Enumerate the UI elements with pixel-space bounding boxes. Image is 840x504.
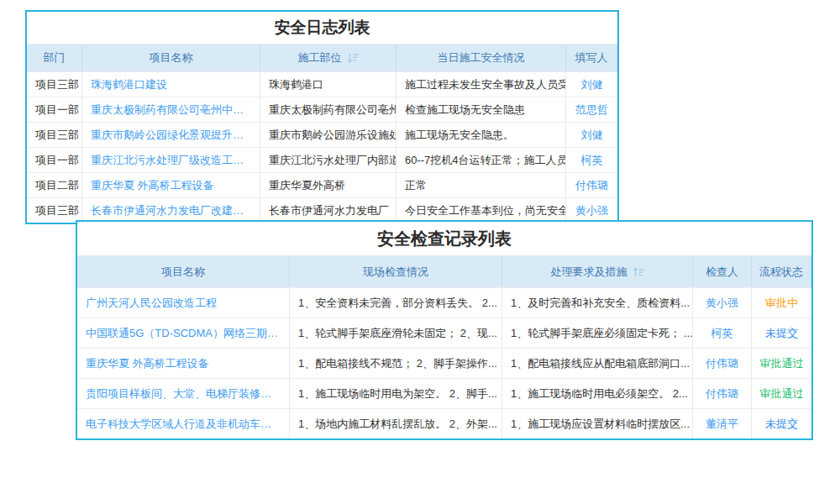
- filler-cell: 刘健: [566, 72, 617, 97]
- inspector-cell: 付伟璐: [693, 349, 752, 378]
- project-link[interactable]: 珠海鹤港口建设: [91, 77, 167, 92]
- measures-cell: 1、施工现场临时用电必须架空。 2...: [502, 379, 693, 408]
- location-cell: 长春市伊通河水力发电厂: [260, 198, 396, 223]
- project-link[interactable]: 中国联通5G（TD-SCDMA）网络三期四...: [86, 326, 281, 341]
- column-header-measures[interactable]: 处理要求及措施: [502, 256, 693, 287]
- location-cell: 重庆华夏外高桥: [260, 173, 396, 197]
- inspector-link[interactable]: 董清平: [706, 417, 738, 432]
- status-text: 未提交: [765, 417, 798, 432]
- measures-cell: 1、配电箱接线应从配电箱底部洞口...: [502, 349, 693, 378]
- site-check-cell: 1、施工现场临时用电为架空。 2、脚手...: [290, 379, 502, 408]
- project-link[interactable]: 广州天河人民公园改造工程: [86, 296, 217, 311]
- table-row: 广州天河人民公园改造工程 1、安全资料未完善，部分资料丢失。 2... 1、及时…: [77, 287, 811, 318]
- filler-cell: 刘健: [566, 123, 617, 147]
- filler-cell: 付伟璐: [566, 173, 617, 197]
- inspection-header-row: 项目名称 现场检查情况 处理要求及措施 检查人 流程状态: [77, 256, 811, 287]
- project-cell: 长春市伊通河水力发电厂改建工程: [82, 198, 260, 223]
- safety-log-table: 安全日志列表 部门 项目名称 施工部位 当日施工安全情况 填写人: [25, 10, 619, 224]
- safety-log-table-title: 安全日志列表: [27, 12, 617, 45]
- table-row: 中国联通5G（TD-SCDMA）网络三期四... 1、轮式脚手架底座滑轮未固定；…: [77, 318, 811, 348]
- table-row: 电子科技大学区域人行道及非机动车道工... 1、场地内施工材料乱摆乱放。 2、外…: [77, 408, 811, 438]
- situation-cell: 检查施工现场无安全隐患: [396, 97, 566, 122]
- site-check-cell: 1、轮式脚手架底座滑轮未固定； 2、现...: [290, 318, 502, 348]
- measures-cell: 1、施工现场应设置材料临时摆放区...: [502, 409, 693, 438]
- filler-link[interactable]: 黄小强: [575, 203, 608, 218]
- safety-log-header-row: 部门 项目名称 施工部位 当日施工安全情况 填写人: [27, 45, 617, 71]
- status-cell: 未提交: [752, 318, 811, 348]
- project-link[interactable]: 电子科技大学区域人行道及非机动车道工...: [86, 417, 281, 432]
- project-cell: 贵阳项目样板间、大堂、电梯厅装修工程: [77, 379, 290, 408]
- project-cell: 广州天河人民公园改造工程: [77, 288, 290, 318]
- department-cell: 项目三部: [27, 198, 82, 223]
- location-cell: 重庆江北污水处理厂内部道路: [260, 148, 396, 172]
- filler-link[interactable]: 范思哲: [575, 102, 608, 118]
- table-row: 项目三部 重庆市鹅岭公园绿化景观提升工程施工 重庆市鹅岭公园游乐设施处 施工现场…: [27, 122, 617, 147]
- project-link[interactable]: 重庆市鹅岭公园绿化景观提升工程施工: [91, 128, 251, 143]
- status-text: 审批中: [765, 296, 798, 311]
- project-link[interactable]: 贵阳项目样板间、大堂、电梯厅装修工程: [86, 386, 281, 402]
- inspector-link[interactable]: 柯英: [711, 326, 733, 341]
- filler-link[interactable]: 刘健: [581, 128, 603, 143]
- project-cell: 重庆江北污水处理厂级改造工程-道路...: [82, 148, 260, 172]
- status-cell: 未提交: [752, 409, 811, 438]
- inspector-link[interactable]: 付伟璐: [706, 356, 738, 371]
- status-cell: 审批中: [752, 288, 811, 318]
- column-header-project-name: 项目名称: [82, 45, 260, 71]
- project-link[interactable]: 长春市伊通河水力发电厂改建工程: [91, 203, 251, 218]
- filler-link[interactable]: 刘健: [581, 77, 603, 92]
- filler-link[interactable]: 付伟璐: [575, 178, 608, 193]
- measures-cell: 1、及时完善和补充安全、质检资料...: [502, 288, 693, 318]
- filler-link[interactable]: 柯英: [581, 153, 603, 168]
- project-cell: 重庆市鹅岭公园绿化景观提升工程施工: [82, 123, 260, 147]
- project-cell: 电子科技大学区域人行道及非机动车道工...: [77, 409, 290, 438]
- column-header-project-name: 项目名称: [77, 256, 290, 287]
- status-cell: 审批通过: [752, 379, 811, 408]
- department-cell: 项目一部: [27, 97, 82, 122]
- inspection-record-table: 安全检查记录列表 项目名称 现场检查情况 处理要求及措施 检查人 流程状: [76, 220, 813, 440]
- project-cell: 中国联通5G（TD-SCDMA）网络三期四...: [77, 318, 290, 348]
- situation-cell: 施工现场无安全隐患。: [396, 123, 566, 147]
- sort-descending-icon[interactable]: [347, 53, 359, 63]
- table-row: 项目二部 重庆华夏 外高桥工程设备 重庆华夏外高桥 正常 付伟璐: [27, 172, 617, 197]
- location-cell: 重庆市鹅岭公园游乐设施处: [260, 123, 396, 147]
- column-header-construction-part[interactable]: 施工部位: [260, 45, 396, 71]
- inspector-cell: 黄小强: [693, 288, 752, 318]
- site-check-cell: 1、配电箱接线不规范； 2、脚手架操作...: [290, 349, 502, 378]
- column-header-filler: 填写人: [566, 45, 617, 71]
- department-cell: 项目一部: [27, 148, 82, 172]
- situation-cell: 60--7挖机4台运转正常；施工人员无违...: [396, 148, 566, 172]
- site-check-cell: 1、安全资料未完善，部分资料丢失。 2...: [290, 288, 502, 318]
- filler-cell: 柯英: [566, 148, 617, 172]
- project-link[interactable]: 重庆江北污水处理厂级改造工程-道路...: [91, 153, 251, 168]
- project-link[interactable]: 重庆华夏 外高桥工程设备: [91, 178, 214, 193]
- inspector-link[interactable]: 黄小强: [706, 296, 738, 311]
- column-header-process-status: 流程状态: [752, 256, 811, 287]
- inspector-link[interactable]: 付伟璐: [706, 386, 738, 402]
- project-cell: 重庆华夏 外高桥工程设备: [82, 173, 260, 197]
- situation-cell: 今日安全工作基本到位，尚无安全隐患...: [396, 198, 566, 223]
- table-row: 项目三部 长春市伊通河水力发电厂改建工程 长春市伊通河水力发电厂 今日安全工作基…: [27, 197, 617, 223]
- project-link[interactable]: 重庆太极制药有限公司亳州中药材仓...: [91, 102, 251, 118]
- inspector-cell: 付伟璐: [693, 379, 752, 408]
- column-header-inspector: 检查人: [693, 256, 752, 287]
- table-row: 重庆华夏 外高桥工程设备 1、配电箱接线不规范； 2、脚手架操作... 1、配电…: [77, 348, 811, 378]
- table-row: 贵阳项目样板间、大堂、电梯厅装修工程 1、施工现场临时用电为架空。 2、脚手..…: [77, 378, 811, 408]
- inspector-cell: 董清平: [693, 409, 752, 438]
- status-text: 未提交: [765, 326, 798, 341]
- project-cell: 重庆华夏 外高桥工程设备: [77, 349, 290, 378]
- site-check-cell: 1、场地内施工材料乱摆乱放。 2、外架...: [290, 409, 502, 438]
- situation-cell: 正常: [396, 173, 566, 197]
- sort-ascending-icon[interactable]: [633, 267, 644, 277]
- status-text: 审批通过: [760, 356, 804, 371]
- filler-cell: 范思哲: [566, 97, 617, 122]
- column-header-daily-safety: 当日施工安全情况: [396, 45, 566, 71]
- inspection-record-table-title: 安全检查记录列表: [77, 222, 811, 256]
- column-header-label: 处理要求及措施: [551, 265, 627, 280]
- inspector-cell: 柯英: [693, 318, 752, 348]
- table-row: 项目一部 重庆太极制药有限公司亳州中药材仓... 重庆太极制药有限公司亳州...…: [27, 97, 617, 122]
- project-cell: 重庆太极制药有限公司亳州中药材仓...: [82, 97, 260, 122]
- department-cell: 项目三部: [27, 123, 82, 147]
- location-cell: 重庆太极制药有限公司亳州...: [260, 97, 396, 122]
- situation-cell: 施工过程未发生安全事故及人员受伤情况: [396, 72, 566, 97]
- project-link[interactable]: 重庆华夏 外高桥工程设备: [86, 356, 209, 371]
